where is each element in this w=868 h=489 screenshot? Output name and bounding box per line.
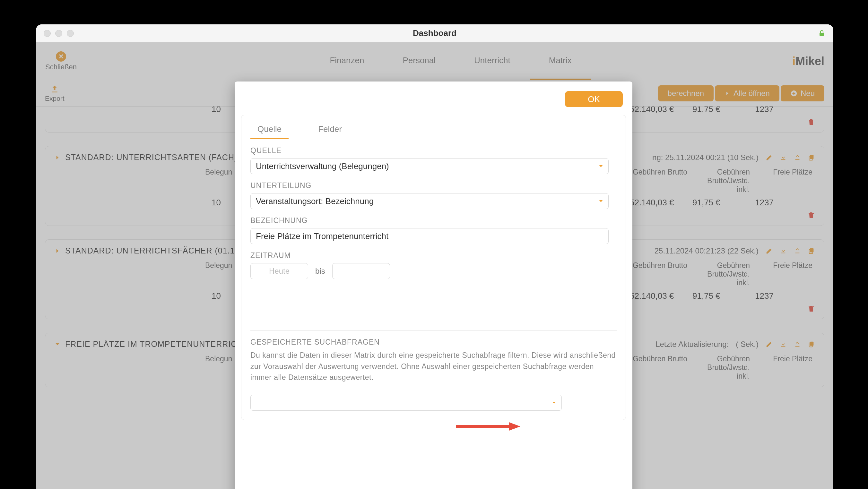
app-window: Dashboard ✕ Schließen Finanzen Personal … [36,24,833,489]
label-gespeicherte: GESPEICHERTE SUCHABFRAGEN [250,338,617,347]
unterteilung-select[interactable]: Veranstaltungsort: Bezeichnung [250,193,609,209]
chevron-down-icon [598,163,604,169]
label-zeitraum: ZEITRAUM [250,251,617,260]
saved-search-select[interactable] [250,395,562,411]
bezeichnung-value: Freie Plätze im Trompetenunterricht [256,231,389,241]
zeitraum-from-input[interactable]: Heute [250,263,308,279]
modal-panel: Quelle Felder QUELLE Unterrichtsverwaltu… [241,115,626,420]
svg-marker-9 [509,422,520,431]
traffic-minimize[interactable] [55,30,62,37]
heute-placeholder: Heute [269,267,289,275]
label-bezeichnung: BEZEICHNUNG [250,216,617,225]
quelle-value: Unterrichtsverwaltung (Belegungen) [256,161,389,171]
settings-modal: OK Quelle Felder QUELLE Unterrichtsverwa… [235,82,632,489]
unterteilung-value: Veranstaltungsort: Bezeichnung [256,196,374,206]
ok-button[interactable]: OK [565,91,623,107]
titlebar: Dashboard [36,24,833,42]
traffic-close[interactable] [44,30,51,37]
bis-label: bis [315,267,325,275]
svg-rect-0 [819,33,824,36]
traffic-zoom[interactable] [67,30,74,37]
quelle-select[interactable]: Unterrichtsverwaltung (Belegungen) [250,158,609,174]
help-text: Du kannst die Daten in dieser Matrix dur… [250,350,617,383]
window-title: Dashboard [36,28,833,38]
bezeichnung-input[interactable]: Freie Plätze im Trompetenunterricht [250,228,609,244]
label-unterteilung: UNTERTEILUNG [250,181,617,190]
zeitraum-to-input[interactable] [332,263,390,279]
arrow-annotation [456,422,520,431]
divider [250,330,617,331]
modal-tab-felder[interactable]: Felder [311,121,349,139]
lock-icon [818,30,826,37]
chevron-down-icon [598,198,604,204]
label-quelle: QUELLE [250,146,617,155]
modal-tab-quelle[interactable]: Quelle [250,121,288,139]
chevron-down-icon [551,400,557,405]
